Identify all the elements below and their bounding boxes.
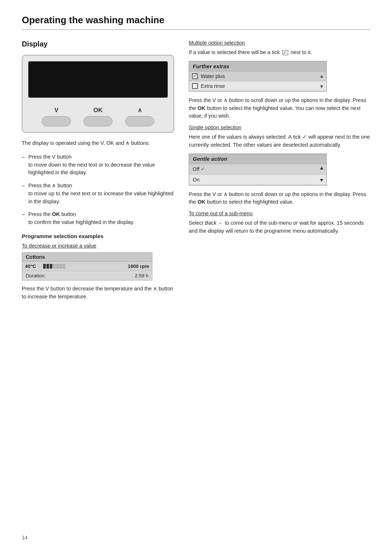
tick-icon (282, 50, 288, 55)
display-buttons: V OK ∧ (28, 106, 168, 126)
ok-button[interactable] (83, 116, 113, 126)
single-option-desc: Here one of the values is always selecte… (189, 133, 370, 149)
programme-desc: Press the V button to decrease the tempe… (22, 285, 174, 301)
gentle-scroll-up: ▲ (319, 165, 324, 171)
single-option-body: Press the V or ∧ button to scroll down o… (189, 191, 370, 207)
sub-menu-heading: To come out of a sub-menu (189, 211, 370, 216)
sub-menu-desc: Select Back ← to come out of the sub-men… (189, 219, 370, 235)
progress-bars (43, 264, 65, 269)
cottons-display: Cottons 40°C 1600 rpm Duration: 2:59 h (22, 252, 152, 281)
display-screen (28, 61, 168, 98)
off-tick: ✓ (201, 166, 205, 172)
bullet-item-v: Press the V button to move down to the n… (22, 153, 174, 177)
bar-2 (46, 264, 49, 269)
bullet-v-detail: to move down to the next text or to decr… (28, 162, 155, 176)
on-label: On (193, 177, 200, 183)
scroll-down-arrow: ▼ (319, 83, 324, 89)
duration-label: Duration: (26, 273, 46, 278)
v-button[interactable] (42, 116, 71, 126)
further-extras-header: Further extras (189, 61, 326, 72)
bullet-item-ok: Press the OK button to confirm the value… (22, 211, 174, 227)
gentle-scroll-down: ▼ (319, 177, 324, 183)
page-number: 14 (22, 535, 28, 540)
bullet-lambda-detail: to move up to the next text or to increa… (28, 191, 173, 204)
extra-rinse-row: Extra rinse ▼ (189, 81, 326, 91)
rpm-value: 1600 rpm (128, 264, 149, 269)
multiple-option-desc2: next to it. (291, 49, 312, 55)
cottons-duration-row: Duration: 2:59 h (22, 271, 152, 280)
display-desc-text: The display is operated using the V, OK … (22, 140, 150, 146)
bullet-ok-detail: to confirm the value highlighted in the … (28, 219, 134, 225)
bullet-list: Press the V button to move down to the n… (22, 153, 174, 227)
bar-7 (63, 264, 65, 269)
lambda-button[interactable] (125, 116, 154, 126)
title-rule (22, 29, 370, 30)
programme-selection-title: Programme selection examples (22, 233, 174, 239)
display-description: The display is operated using the V, OK … (22, 139, 174, 147)
decrease-increase-heading: To decrease or increase a value (22, 243, 174, 249)
v-button-group: V (42, 107, 71, 126)
lambda-button-group: ∧ (125, 106, 154, 126)
water-plus-checkbox (192, 73, 198, 79)
further-extras-display: Further extras Water plus ▲ Extra rinse … (189, 61, 327, 91)
duration-value: 2:59 h (135, 273, 148, 278)
bar-6 (60, 264, 62, 269)
multiple-option-heading: Multiple option selection (189, 40, 370, 46)
single-option-heading: Single option selection (189, 125, 370, 130)
on-row: On ▼ (189, 175, 326, 185)
bar-3 (50, 264, 52, 269)
gentle-action-display: Gentle action Off ✓ ▲ On ▼ (189, 154, 327, 185)
extra-rinse-checkbox (192, 83, 198, 89)
ok-button-group: OK (83, 107, 113, 126)
bullet-item-lambda: Press the ∧ button to move up to the nex… (22, 182, 174, 205)
extra-rinse-label: Extra rinse (201, 83, 225, 89)
water-plus-label: Water plus (201, 73, 225, 79)
water-plus-row: Water plus ▲ (189, 72, 326, 81)
left-column: Display V OK ∧ The display is oper (22, 40, 174, 301)
temp-value: 40°C (25, 264, 40, 269)
cottons-header: Cottons (22, 253, 152, 262)
bar-5 (56, 264, 59, 269)
gentle-action-header: Gentle action (189, 154, 326, 164)
bar-1 (43, 264, 46, 269)
ok-button-label: OK (93, 107, 103, 114)
main-content: Display V OK ∧ The display is oper (22, 40, 370, 301)
off-label: Off (193, 166, 199, 172)
cottons-temp-row: 40°C 1600 rpm (22, 262, 152, 271)
v-button-label: V (54, 107, 58, 114)
bullet-ok-intro: Press the OK button (28, 211, 76, 217)
off-row: Off ✓ ▲ (189, 164, 326, 175)
display-panel: V OK ∧ (22, 55, 174, 133)
bullet-v-intro: Press the V button (28, 154, 72, 160)
scroll-up-arrow: ▲ (319, 73, 324, 79)
bullet-lambda-intro: Press the ∧ button (28, 183, 72, 188)
page-title: Operating the washing machine (22, 15, 370, 26)
lambda-button-label: ∧ (138, 106, 142, 114)
multiple-option-body: Press the V or ∧ button to scroll down o… (189, 97, 370, 120)
multiple-option-desc: If a value is selected there will be a t… (189, 49, 370, 57)
display-section-title: Display (22, 40, 174, 48)
multiple-option-desc-text: If a value is selected there will be a t… (189, 49, 280, 55)
bar-4 (53, 264, 56, 269)
right-column: Multiple option selection If a value is … (189, 40, 370, 301)
